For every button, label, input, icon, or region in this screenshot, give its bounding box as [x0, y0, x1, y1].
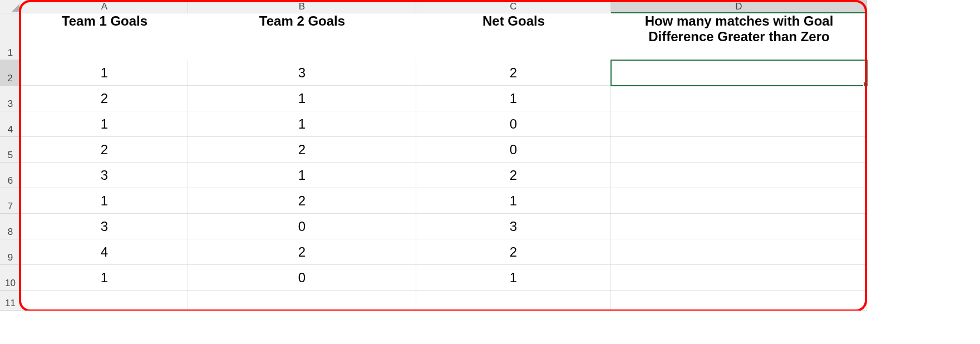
row-header-2[interactable]: 2: [0, 60, 21, 86]
cell-B9[interactable]: 2: [188, 239, 416, 265]
row-header-6[interactable]: 6: [0, 163, 21, 188]
cell-text: Net Goals: [416, 13, 611, 60]
cell-B5[interactable]: 2: [188, 137, 416, 163]
cell-D8[interactable]: [611, 214, 867, 239]
cell-text: 2: [510, 244, 517, 260]
cell-text: 2: [101, 142, 108, 158]
cell-B8[interactable]: 0: [188, 214, 416, 239]
cell-D10[interactable]: [611, 265, 867, 291]
col-header-B[interactable]: B: [188, 0, 416, 13]
cell-D6[interactable]: [611, 163, 867, 188]
cell-text: 0: [298, 219, 306, 234]
cell-D2[interactable]: [611, 60, 867, 86]
cell-text: 3: [101, 168, 108, 183]
cell-text: 1: [101, 116, 108, 132]
cell-B7[interactable]: 2: [188, 188, 416, 214]
cell-text: Team 1 Goals: [21, 13, 188, 60]
cell-B4[interactable]: 1: [188, 111, 416, 137]
col-header-C[interactable]: C: [416, 0, 611, 13]
cell-B10[interactable]: 0: [188, 265, 416, 291]
cell-D5[interactable]: [611, 137, 867, 163]
select-all-corner[interactable]: [0, 0, 21, 13]
cell-text: 1: [101, 270, 108, 286]
cell-A2[interactable]: 1: [21, 60, 188, 86]
cell-B6[interactable]: 1: [188, 163, 416, 188]
col-header-D[interactable]: D: [611, 0, 867, 13]
cell-text: 2: [510, 168, 517, 183]
cell-C6[interactable]: 2: [416, 163, 611, 188]
cell-A6[interactable]: 3: [21, 163, 188, 188]
cell-C10[interactable]: 1: [416, 265, 611, 291]
cell-A8[interactable]: 3: [21, 214, 188, 239]
cell-text: 2: [298, 193, 306, 209]
cell-A10[interactable]: 1: [21, 265, 188, 291]
cell-A4[interactable]: 1: [21, 111, 188, 137]
cell-text: 0: [510, 142, 517, 158]
cell-A7[interactable]: 1: [21, 188, 188, 214]
cell-text: 3: [298, 65, 306, 81]
cell-text: 2: [101, 91, 108, 106]
cell-C4[interactable]: 0: [416, 111, 611, 137]
row-header-7[interactable]: 7: [0, 188, 21, 214]
cell-D7[interactable]: [611, 188, 867, 214]
cell-text: 2: [510, 65, 517, 81]
cell-A5[interactable]: 2: [21, 137, 188, 163]
cell-text: 1: [298, 168, 306, 183]
cell-text: 1: [510, 193, 517, 209]
cell-text: 1: [510, 91, 517, 106]
cell-text: 1: [298, 91, 306, 106]
cell-A11[interactable]: [21, 291, 188, 311]
col-header-A[interactable]: A: [21, 0, 188, 13]
cell-text: 0: [298, 270, 306, 286]
row-header-5[interactable]: 5: [0, 137, 21, 163]
cell-D3[interactable]: [611, 86, 867, 111]
cell-A9[interactable]: 4: [21, 239, 188, 265]
spreadsheet-grid: A B C D 1 Team 1 Goals Team 2 Goals Net …: [0, 0, 980, 311]
cell-D9[interactable]: [611, 239, 867, 265]
cell-B2[interactable]: 3: [188, 60, 416, 86]
cell-text: 4: [101, 244, 108, 260]
cell-B11[interactable]: [188, 291, 416, 311]
cell-C9[interactable]: 2: [416, 239, 611, 265]
cell-text: 1: [510, 270, 517, 286]
cell-C11[interactable]: [416, 291, 611, 311]
cell-text: 2: [298, 244, 306, 260]
row-header-1[interactable]: 1: [0, 13, 21, 60]
cell-text: 0: [510, 116, 517, 132]
cell-text: Team 2 Goals: [188, 13, 416, 60]
cell-text: 2: [298, 142, 306, 158]
cell-text: 1: [298, 116, 306, 132]
cell-text: 3: [101, 219, 108, 234]
cell-C5[interactable]: 0: [416, 137, 611, 163]
cell-C3[interactable]: 1: [416, 86, 611, 111]
row-header-11[interactable]: 11: [0, 291, 21, 311]
cell-text: 1: [101, 65, 108, 81]
row-header-3[interactable]: 3: [0, 86, 21, 111]
cell-B3[interactable]: 1: [188, 86, 416, 111]
cell-C7[interactable]: 1: [416, 188, 611, 214]
row-header-10[interactable]: 10: [0, 265, 21, 291]
row-header-8[interactable]: 8: [0, 214, 21, 239]
cell-C8[interactable]: 3: [416, 214, 611, 239]
cell-text: 1: [101, 193, 108, 209]
row-header-9[interactable]: 9: [0, 239, 21, 265]
cell-D11[interactable]: [611, 291, 867, 311]
cell-A3[interactable]: 2: [21, 86, 188, 111]
cell-text: 3: [510, 219, 517, 234]
cell-D4[interactable]: [611, 111, 867, 137]
cell-text: How many matches with Goal Difference Gr…: [611, 13, 867, 60]
row-header-4[interactable]: 4: [0, 111, 21, 137]
cell-C2[interactable]: 2: [416, 60, 611, 86]
